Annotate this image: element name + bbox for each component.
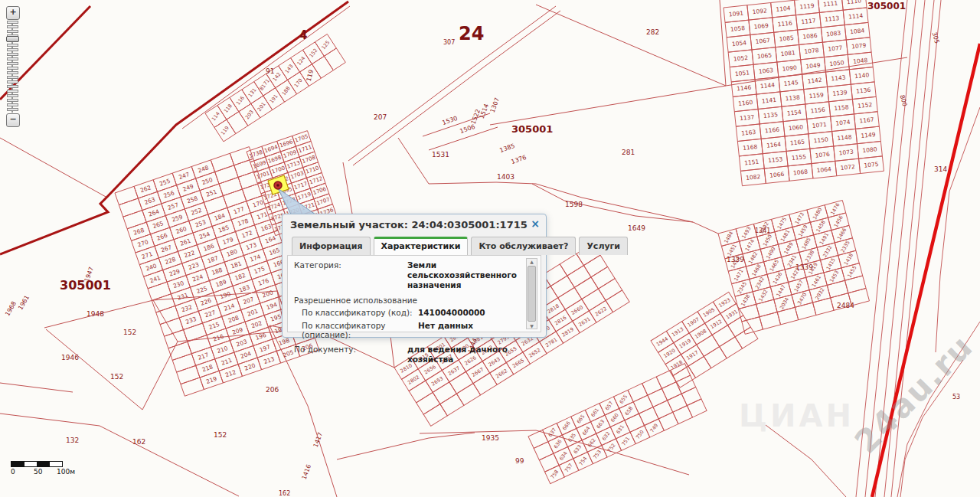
area-label: 1935 xyxy=(482,434,499,442)
area-label: 1946 xyxy=(61,354,79,361)
popup-scrollbar[interactable]: ▲ ▼ xyxy=(526,258,537,329)
area-label: 314 xyxy=(934,165,947,173)
area-label: 24 xyxy=(459,23,484,44)
area-label: 132 xyxy=(66,437,79,444)
area-label: 152 xyxy=(110,373,123,381)
zoom-slider-handle[interactable] xyxy=(6,36,19,42)
zoom-tick xyxy=(7,85,18,88)
zoom-control: + − xyxy=(6,6,23,127)
zoom-tick xyxy=(7,103,18,106)
zoom-tick xyxy=(7,44,18,47)
permitted-use-section-label: Разрешенное использование xyxy=(294,296,524,305)
area-label: 1341 xyxy=(755,227,770,234)
area-label: 152 xyxy=(214,431,227,439)
zoom-tick xyxy=(7,48,18,51)
classifier-code-value: 141004000000 xyxy=(418,308,524,318)
scale-label-100: 100м xyxy=(57,468,75,476)
close-icon[interactable]: × xyxy=(531,217,540,230)
cadastral-map-app: 2622552472482632562492502642572582512682… xyxy=(0,0,980,497)
scale-bar-segment xyxy=(24,462,38,466)
area-label: 53 xyxy=(952,394,960,401)
tab-informatsiya[interactable]: Информация xyxy=(292,237,371,255)
parcel-marker-dot xyxy=(276,184,279,187)
classifier-descr-value: Нет данных xyxy=(418,321,524,339)
area-label: 99 xyxy=(515,457,524,465)
scale-bar-segment xyxy=(11,462,24,466)
area-label: 281 xyxy=(622,149,635,156)
area-label: 282 xyxy=(646,28,659,36)
area-label: 1339 xyxy=(727,256,744,263)
zoom-slider-track[interactable] xyxy=(6,21,18,113)
popup-body: Категория: Земли сельскохозяйственного н… xyxy=(287,255,541,332)
zoom-tick xyxy=(7,57,18,60)
area-label: 1531 xyxy=(432,151,449,159)
scale-bar-segment xyxy=(37,462,50,466)
zoom-tick xyxy=(7,21,18,24)
area-label: 307 xyxy=(443,39,455,46)
area-label: 162 xyxy=(279,490,290,497)
zoom-tick xyxy=(7,67,18,70)
scale-label-50: 50 xyxy=(34,468,57,476)
zoom-tick xyxy=(7,99,18,102)
area-label: 305001 xyxy=(511,123,553,135)
area-label: 4 xyxy=(299,28,307,42)
area-label: 1598 xyxy=(565,201,583,208)
zoom-tick xyxy=(7,30,18,33)
scale-bar: 0 50 100м xyxy=(11,461,75,476)
area-label: 1649 xyxy=(628,224,645,232)
zoom-tick xyxy=(7,76,18,79)
classifier-descr-label: По классификатору (описание): xyxy=(294,321,418,339)
area-label: 1948 xyxy=(87,310,104,318)
category-label: Категория: xyxy=(294,260,407,290)
zoom-tick xyxy=(7,71,18,74)
scale-bar-segment xyxy=(50,462,63,466)
scale-bar-graphic xyxy=(11,461,63,467)
zoom-tick xyxy=(7,80,18,83)
zoom-out-button[interactable]: − xyxy=(6,113,20,127)
zoom-in-button[interactable]: + xyxy=(6,6,20,20)
scroll-up-icon[interactable]: ▲ xyxy=(530,259,534,264)
document-label: По документу: xyxy=(294,345,407,365)
zoom-tick xyxy=(7,108,18,111)
area-label: 1403 xyxy=(497,173,514,181)
zoom-tick xyxy=(7,53,18,56)
area-label: 206 xyxy=(266,386,279,394)
zoom-tick xyxy=(7,62,18,65)
classifier-code-label: По классификатору (код): xyxy=(294,308,418,318)
document-value: для ведения дачного хозяйства xyxy=(407,345,524,365)
tab-uslugi[interactable]: Услуги xyxy=(579,237,628,255)
tab-kto-obsluzhivaet[interactable]: Кто обслуживает? xyxy=(471,237,576,255)
popup-title: Земельный участок: 24:04:0305001:1715 xyxy=(290,219,523,231)
area-label: 91 xyxy=(266,67,274,75)
zoom-tick xyxy=(7,90,18,93)
scroll-down-icon[interactable]: ▼ xyxy=(530,323,534,329)
area-label: 162 xyxy=(132,438,145,446)
area-label: 207 xyxy=(374,113,387,121)
scale-label-0: 0 xyxy=(11,468,34,476)
category-value: Земли сельскохозяйственного назначения xyxy=(407,260,524,290)
zoom-tick xyxy=(7,25,18,28)
popup-tabs: Информация Характеристики Кто обслуживае… xyxy=(292,237,537,255)
area-label: 1339 xyxy=(795,263,813,271)
cian-watermark: ЦИАН xyxy=(739,398,854,433)
area-label: 152 xyxy=(123,329,136,336)
scrollbar-thumb[interactable] xyxy=(528,266,536,322)
parcel-popup: Земельный участок: 24:04:0305001:1715 × … xyxy=(282,214,547,338)
area-label: 2484 xyxy=(837,302,854,309)
tab-kharakteristiki[interactable]: Характеристики xyxy=(374,237,469,255)
zoom-tick xyxy=(7,94,18,97)
area-label: 305001 xyxy=(867,1,906,11)
